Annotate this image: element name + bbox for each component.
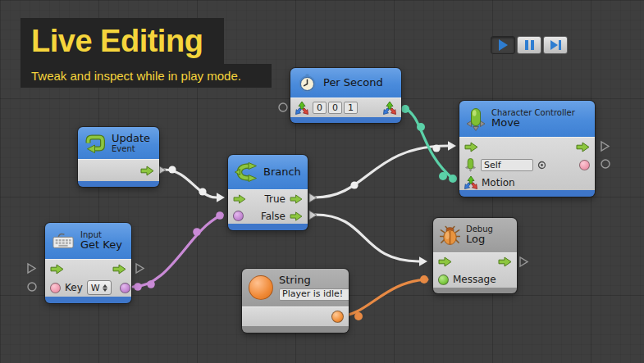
message-in-port[interactable]	[438, 275, 449, 285]
node-title: Branch	[263, 166, 301, 179]
node-get-key[interactable]: Input Get Key Key W	[45, 223, 131, 303]
page-subtitle: Tweak and inspect while in play mode.	[21, 64, 272, 88]
page-subtitle-text: Tweak and inspect while in play mode.	[31, 69, 241, 83]
log-header: Debug Log	[433, 218, 517, 252]
node-character-controller-move[interactable]: Character Controller Move Self	[459, 101, 595, 197]
node-title: Update	[112, 133, 150, 145]
move-flow-out-port[interactable]	[601, 142, 609, 151]
node-title: Get Key	[80, 239, 122, 252]
string-out-port[interactable]	[331, 311, 344, 323]
getkey-flow-out-port[interactable]	[136, 264, 144, 273]
node-footer	[78, 181, 159, 187]
flow-in-port[interactable]	[464, 142, 478, 152]
step-button[interactable]	[543, 36, 568, 54]
pause-button[interactable]	[517, 36, 541, 54]
result-out-port[interactable]	[579, 160, 590, 170]
clock-icon	[297, 73, 317, 93]
keyboard-icon	[52, 231, 75, 251]
node-update-event[interactable]: Update Event	[78, 127, 159, 187]
key-dropdown[interactable]: W	[87, 280, 112, 295]
value-out-port[interactable]	[120, 283, 130, 293]
wire-getkey-to-branch[interactable]	[133, 211, 224, 291]
wire-update-to-branch[interactable]	[164, 166, 225, 202]
y-field[interactable]: 0	[328, 102, 342, 114]
node-footer	[45, 297, 131, 303]
vector3-port[interactable]	[295, 102, 308, 115]
self-field[interactable]: Self	[481, 159, 533, 171]
per-second-header: Per Second	[290, 68, 401, 98]
move-result-out-port[interactable]	[601, 160, 610, 168]
key-in-port[interactable]	[50, 283, 61, 293]
true-flow-out-port[interactable]	[290, 194, 303, 204]
node-footer	[433, 288, 517, 293]
node-title: Move	[491, 117, 575, 129]
node-footer	[290, 117, 401, 123]
wire-branch-true-to-move[interactable]	[315, 141, 456, 197]
message-label: Message	[453, 274, 496, 285]
motion-label: Motion	[482, 177, 515, 188]
get-key-header: Input Get Key	[45, 223, 131, 259]
flow-out-port[interactable]	[140, 166, 154, 176]
wire-branch-false-to-log[interactable]	[315, 215, 427, 266]
persecond-target-in-port[interactable]	[279, 103, 287, 111]
condition-in-port[interactable]	[233, 211, 244, 221]
flow-in-port[interactable]	[438, 256, 452, 267]
play-icon	[499, 39, 508, 51]
update-header: Update Event	[78, 127, 159, 159]
node-title: String	[279, 275, 349, 287]
node-branch[interactable]: Branch True False	[228, 155, 308, 230]
string-header: String Player is idle!	[242, 269, 349, 306]
motion-in-port[interactable]	[464, 176, 477, 189]
node-per-second[interactable]: Per Second 0 0 1	[290, 68, 401, 123]
node-footer	[242, 326, 349, 333]
step-forward-icon	[550, 40, 561, 50]
flow-out-port[interactable]	[576, 142, 590, 152]
true-label: True	[265, 193, 286, 205]
key-label: Key	[65, 282, 83, 293]
node-title: Per Second	[323, 77, 383, 89]
page-title-text: Live Editing	[31, 24, 203, 59]
string-value-field[interactable]: Player is idle!	[279, 288, 349, 301]
wire-string-to-log[interactable]	[338, 275, 428, 320]
playmode-toolbar	[491, 36, 568, 54]
branch-header: Branch	[228, 155, 308, 189]
page-title: Live Editing	[21, 18, 224, 64]
branch-true-out-port[interactable]	[309, 193, 317, 202]
pause-icon	[525, 40, 534, 50]
key-dropdown-value: W	[91, 283, 100, 293]
flow-in-port[interactable]	[233, 194, 246, 204]
node-footer	[459, 190, 595, 197]
flow-out-port[interactable]	[112, 264, 126, 275]
log-flow-out-port[interactable]	[520, 257, 528, 266]
getkey-flow-in-port[interactable]	[28, 264, 35, 273]
character-controller-icon	[466, 107, 486, 131]
loop-icon	[84, 134, 106, 153]
x-field[interactable]: 0	[313, 102, 327, 114]
self-in-port[interactable]	[464, 157, 477, 172]
flow-out-port[interactable]	[498, 256, 512, 267]
z-field[interactable]: 1	[344, 102, 358, 114]
getkey-target-in-port[interactable]	[28, 283, 36, 291]
node-title: Log	[466, 234, 493, 246]
flow-in-port[interactable]	[50, 264, 64, 275]
object-picker-icon[interactable]	[537, 161, 546, 170]
vector3-out-port[interactable]	[383, 102, 396, 115]
false-flow-out-port[interactable]	[290, 211, 303, 221]
false-label: False	[261, 211, 285, 222]
play-button[interactable]	[491, 36, 515, 54]
node-subtitle: Event	[112, 144, 150, 153]
orange-circle-icon	[249, 275, 273, 300]
node-debug-log[interactable]: Debug Log Message	[433, 218, 517, 293]
branch-false-out-port[interactable]	[309, 211, 317, 220]
branch-icon	[235, 162, 258, 182]
bug-icon	[440, 225, 460, 246]
node-string[interactable]: String Player is idle!	[242, 269, 349, 333]
move-header: Character Controller Move	[459, 101, 595, 137]
update-flow-out-port[interactable]	[158, 166, 166, 175]
dropdown-arrows-icon	[103, 284, 107, 292]
node-footer	[228, 224, 308, 230]
